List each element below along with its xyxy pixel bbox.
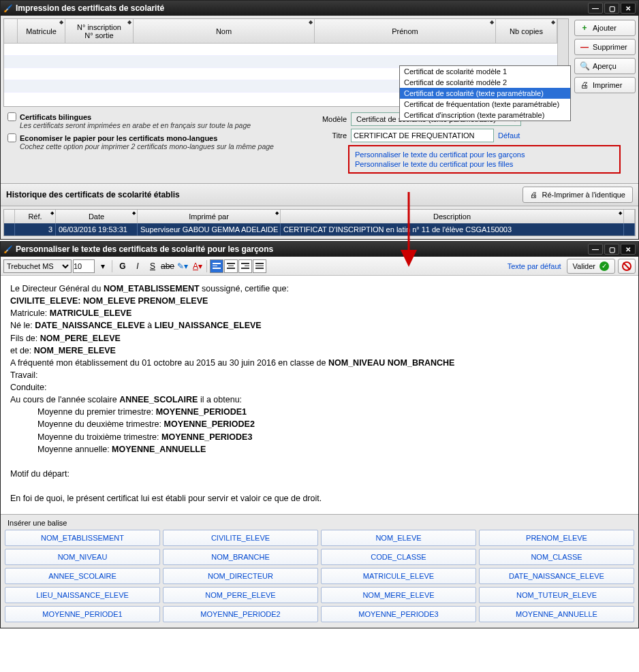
insert-tag-label: Insérer une balise	[7, 519, 634, 527]
apercu-button[interactable]: 🔍Aperçu	[574, 58, 636, 74]
econ-option: Economiser le papier pour les certificat…	[7, 133, 311, 150]
modele-option[interactable]: Certificat de scolarité modèle 2	[400, 77, 570, 88]
tag-button[interactable]: NOM_ETABLISSEMENT	[5, 530, 160, 546]
tag-button[interactable]: PRENOM_ELEVE	[479, 530, 634, 546]
titlebar: 🖌️ Personnaliser le texte des certificat…	[1, 242, 638, 257]
align-left-button[interactable]	[210, 259, 223, 273]
side-buttons: +Ajouter —Supprimer 🔍Aperçu 🖨Imprimer	[572, 16, 638, 110]
historique-grid: ◆Réf. ◆Date ◆Imprimé par ◆Description 3 …	[3, 209, 636, 236]
titre-label: Titre	[311, 131, 347, 140]
tag-button[interactable]: NOM_CLASSE	[479, 549, 634, 565]
valider-button[interactable]: Valider✓	[567, 259, 615, 274]
tag-button[interactable]: NOM_MERE_ELEVE	[321, 587, 476, 603]
hist-grid-body: 3 06/03/2016 19:53:31 Superviseur GABOU …	[4, 223, 635, 236]
tag-button[interactable]: NOM_PERE_ELEVE	[163, 587, 318, 603]
tag-button[interactable]: NOM_ELEVE	[321, 530, 476, 546]
col-selector[interactable]	[4, 19, 18, 43]
hist-scrollbar[interactable]	[624, 210, 635, 223]
perso-filles-link[interactable]: Personnaliser le texte du certificat pou…	[355, 160, 614, 168]
hist-col-ref[interactable]: ◆Réf.	[15, 210, 56, 223]
reimprimer-button[interactable]: 🖨Ré-Imprimer à l'identique	[523, 187, 633, 203]
tag-button[interactable]: NOM_DIRECTEUR	[163, 568, 318, 584]
align-center-button[interactable]	[224, 259, 238, 273]
minimize-button[interactable]: —	[588, 3, 603, 14]
col-ninscr[interactable]: ◆N° inscription N° sortie	[65, 19, 134, 43]
titlebar: 🖌️ Impression des certificats de scolari…	[1, 1, 638, 16]
close-button[interactable]: ✕	[621, 3, 636, 14]
hist-cell-par: Superviseur GABOU GEMMA ADELAIDE	[138, 223, 281, 236]
hist-col-date[interactable]: ◆Date	[56, 210, 138, 223]
tag-button[interactable]: NOM_BRANCHE	[163, 549, 318, 565]
econ-checkbox-label[interactable]: Economiser le papier pour les certificat…	[7, 133, 311, 142]
minimize-button[interactable]: —	[588, 244, 603, 255]
modele-option-selected[interactable]: Certificat de scolarité (texte paramétra…	[400, 88, 570, 99]
titre-row: Titre Défaut	[311, 129, 632, 142]
hist-col-desc[interactable]: ◆Description	[281, 210, 624, 223]
col-nom[interactable]: ◆Nom	[134, 19, 315, 43]
tag-button[interactable]: CIVILITE_ELEVE	[163, 530, 318, 546]
maximize-button[interactable]: ▢	[604, 244, 619, 255]
hist-cell-ref: 3	[15, 223, 56, 236]
hist-cell-date: 06/03/2016 19:53:31	[56, 223, 138, 236]
tag-button[interactable]: CODE_CLASSE	[321, 549, 476, 565]
ajouter-button[interactable]: +Ajouter	[574, 20, 636, 36]
app-icon: 🖌️	[3, 245, 13, 254]
col-copies[interactable]: ◆Nb copies	[496, 19, 557, 43]
econ-checkbox[interactable]	[7, 133, 16, 142]
col-matricule[interactable]: ◆Matricule	[18, 19, 65, 43]
modele-option[interactable]: Certificat de fréquentation (texte param…	[400, 99, 570, 110]
highlight-button[interactable]: ✎▾	[176, 259, 189, 273]
printer-icon: 🖨	[579, 80, 590, 90]
perso-garcons-link[interactable]: Personnaliser le texte du certificat pou…	[355, 150, 614, 159]
historique-title: Historique des certificats de scolarité …	[6, 190, 523, 199]
bold-button[interactable]: G	[116, 259, 129, 273]
size-input[interactable]	[73, 259, 95, 273]
size-up-down[interactable]: ▾	[96, 259, 110, 273]
check-icon: ✓	[599, 261, 609, 271]
hist-grid-header: ◆Réf. ◆Date ◆Imprimé par ◆Description	[4, 210, 635, 223]
maximize-button[interactable]: ▢	[604, 3, 619, 14]
students-grid: ◆Matricule ◆N° inscription N° sortie ◆No…	[3, 18, 569, 107]
editor-toolbar: Trebuchet MS ▾ G I S abe ✎▾ A▾ Texte par…	[1, 257, 638, 276]
defaut-link[interactable]: Défaut	[498, 131, 520, 140]
table-row[interactable]	[4, 44, 557, 56]
hist-row-selected[interactable]: 3 06/03/2016 19:53:31 Superviseur GABOU …	[4, 223, 635, 236]
italic-button[interactable]: I	[131, 259, 144, 273]
bilingue-checkbox-label[interactable]: Certificats bilingues	[7, 112, 311, 121]
modele-dropdown-list[interactable]: Certificat de scolarité modèle 1 Certifi…	[399, 65, 571, 121]
personnaliser-window: 🖌️ Personnaliser le texte des certificat…	[0, 241, 639, 628]
hist-col-sel[interactable]	[4, 210, 15, 223]
align-justify-button[interactable]	[253, 259, 266, 273]
tag-button[interactable]: MATRICULE_ELEVE	[321, 568, 476, 584]
modele-option[interactable]: Certificat d'inscription (texte paramétr…	[400, 110, 570, 121]
bilingue-option: Certificats bilingues Les certificats se…	[7, 112, 311, 129]
texte-defaut-link[interactable]: Texte par défaut	[508, 262, 561, 270]
modele-option[interactable]: Certificat de scolarité modèle 1	[400, 66, 570, 77]
hist-col-par[interactable]: ◆Imprimé par	[138, 210, 281, 223]
font-select[interactable]: Trebuchet MS	[3, 259, 72, 273]
tag-button[interactable]: ANNEE_SCOLAIRE	[5, 568, 160, 584]
tag-button[interactable]: MOYENNE_PERIODE2	[163, 606, 318, 622]
tag-button[interactable]: NOM_TUTEUR_ELEVE	[479, 587, 634, 603]
tag-button[interactable]: MOYENNE_ANNUELLE	[479, 606, 634, 622]
forbidden-icon	[622, 261, 632, 271]
fontcolor-button[interactable]: A▾	[191, 259, 204, 273]
supprimer-button[interactable]: —Supprimer	[574, 39, 636, 55]
close-button[interactable]: ✕	[621, 244, 636, 255]
titre-input[interactable]	[351, 129, 494, 142]
cancel-button[interactable]	[618, 259, 636, 274]
tag-button[interactable]: DATE_NAISSANCE_ELEVE	[479, 568, 634, 584]
historique-header: Historique des certificats de scolarité …	[1, 183, 638, 206]
underline-button[interactable]: S	[146, 259, 159, 273]
tag-button[interactable]: NOM_NIVEAU	[5, 549, 160, 565]
tag-button[interactable]: LIEU_NAISSANCE_ELEVE	[5, 587, 160, 603]
imprimer-button[interactable]: 🖨Imprimer	[574, 77, 636, 93]
tag-button[interactable]: MOYENNE_PERIODE3	[321, 606, 476, 622]
certificate-editor[interactable]: Le Directeur Général du NOM_ETABLISSEMEN…	[1, 276, 638, 514]
tag-button[interactable]: MOYENNE_PERIODE1	[5, 606, 160, 622]
align-right-button[interactable]	[238, 259, 252, 273]
bilingue-checkbox[interactable]	[7, 112, 16, 121]
col-prenom[interactable]: ◆Prénom	[315, 19, 496, 43]
tags-panel: Insérer une balise NOM_ETABLISSEMENT CIV…	[1, 514, 638, 628]
strike-button[interactable]: abe	[161, 259, 174, 273]
